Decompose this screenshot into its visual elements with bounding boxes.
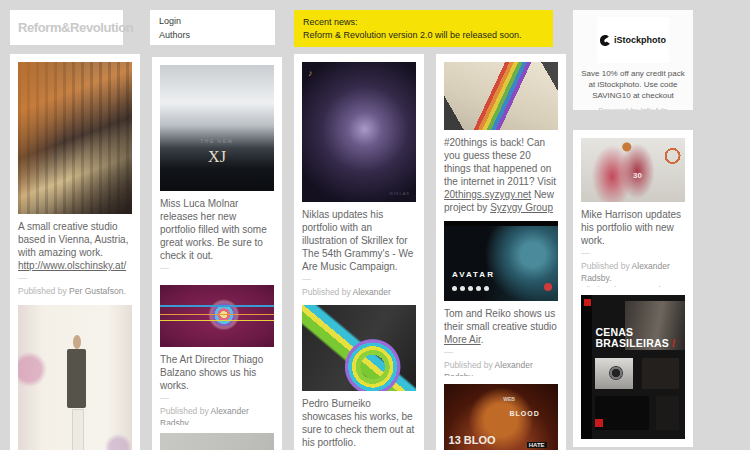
divider: — <box>444 348 558 357</box>
divider: — <box>160 264 274 273</box>
site-sidebar <box>581 295 592 439</box>
post-image-typography-portrait[interactable]: BLOOD 13 BLOO HATE WEB <box>444 384 558 450</box>
word-13bloo: 13 BLOO <box>449 434 496 446</box>
istockphoto-ad[interactable]: iStockphoto Save 10% off any credit pack… <box>573 10 693 110</box>
post-title-url-link[interactable]: http://www.olschinsky.at/ <box>18 260 126 271</box>
header-nav: Login Authors <box>150 10 275 45</box>
post-title: Niklas updates his portfolio with an ill… <box>302 208 416 273</box>
post-title-text: A small creative studio based in Vienna,… <box>18 221 128 258</box>
record-button-icon <box>544 283 552 291</box>
site-logo[interactable]: Reform&Revolution <box>18 20 133 35</box>
jersey-number: 30 <box>633 171 642 180</box>
camera-photo <box>595 358 633 388</box>
post-image-skrillex-illustration[interactable]: ♪ NIKLAS <box>302 62 416 202</box>
cultura-section <box>656 396 679 431</box>
ad-brand-text: iStockphoto <box>614 35 666 45</box>
post-image-fashion-model[interactable] <box>18 305 132 450</box>
news-banner: Recent news: Reform & Revolution version… <box>294 10 553 47</box>
word-web: WEB <box>503 396 515 402</box>
author-link[interactable]: Per Gustafson. <box>69 286 126 296</box>
post-image-paint-swirl[interactable] <box>302 305 416 391</box>
post-image-jaguar-xj[interactable]: THE NEW XJ <box>160 65 274 191</box>
post-image-papercraft-rainbow[interactable] <box>444 62 558 130</box>
post-title: A small creative studio based in Vienna,… <box>18 220 132 272</box>
post-gray-image <box>152 425 282 450</box>
divider: — <box>302 275 416 284</box>
powered-by-link[interactable]: Powered by InfluAds <box>573 106 693 110</box>
model-figure <box>73 335 81 349</box>
post-image-avatar-website[interactable]: AVATAR <box>444 221 558 301</box>
post-image-leica-website[interactable]: CENAS BRASILEIRAS / <box>581 295 685 439</box>
site-title-text: CENAS BRASILEIRAS / <box>596 327 676 350</box>
post-cenas-brasileiras: CENAS BRASILEIRAS / <box>573 287 693 447</box>
post-title: Miss Luca Molnar releases her new portfo… <box>160 197 274 262</box>
post-image-basketball-illustration[interactable]: 30 <box>581 138 685 202</box>
post-image-gray-plane[interactable] <box>160 433 274 450</box>
silhouette-photo <box>642 358 678 388</box>
post-image-city-illustration[interactable] <box>18 62 132 214</box>
post-title: Pedro Burneiko showcases his works, be s… <box>302 397 416 449</box>
post-title: The Art Director Thiago Balzano shows us… <box>160 353 274 392</box>
post-blood-typography: BLOOD 13 BLOO HATE WEB <box>436 376 566 450</box>
post-meta-published: Published by Alexander Radsby. <box>581 261 685 285</box>
post-fashion-photo <box>10 297 140 450</box>
image-title-text: XJ <box>160 148 274 166</box>
logo-box: Reform&Revolution <box>10 10 123 45</box>
word-blood: BLOOD <box>509 410 539 417</box>
post-pedro-burneiko: Pedro Burneiko showcases his works, be s… <box>294 297 424 450</box>
divider: — <box>18 274 132 283</box>
post-image-colorful-burst[interactable] <box>160 285 274 347</box>
avatar-logo-text: AVATAR <box>452 270 495 279</box>
leica-logo-icon <box>584 299 591 306</box>
news-heading: Recent news: <box>303 16 544 29</box>
post-title: Mike Harrison updates his portfolio with… <box>581 208 685 247</box>
login-link[interactable]: Login <box>159 15 266 29</box>
red-accent <box>595 419 603 427</box>
ad-body-text: Save 10% off any credit pack at iStockph… <box>580 68 686 102</box>
social-icons <box>452 286 489 291</box>
news-body: Reform & Revolution version 2.0 will be … <box>303 29 544 42</box>
post-title-link-2[interactable]: Syzygy Group <box>490 202 553 213</box>
artist-watermark: NIKLAS <box>390 191 410 196</box>
divider: — <box>581 249 685 258</box>
post-title-link-1[interactable]: 20things.syzygy.net <box>444 189 531 200</box>
divider: — <box>160 394 274 403</box>
post-title: Tom and Reiko shows us their small creat… <box>444 307 558 346</box>
grammy-icon: ♪ <box>308 68 313 78</box>
istockphoto-icon <box>600 35 611 46</box>
ad-logo-panel[interactable]: iStockphoto <box>597 17 669 63</box>
page: Reform&Revolution Login Authors Recent n… <box>0 0 750 450</box>
image-kicker-text: THE NEW <box>160 138 274 144</box>
post-title-studio-link[interactable]: More Air <box>444 334 481 345</box>
authors-link[interactable]: Authors <box>159 29 266 43</box>
post-title: #20things is back! Can you guess these 2… <box>444 136 558 214</box>
word-hate: HATE <box>527 442 547 448</box>
